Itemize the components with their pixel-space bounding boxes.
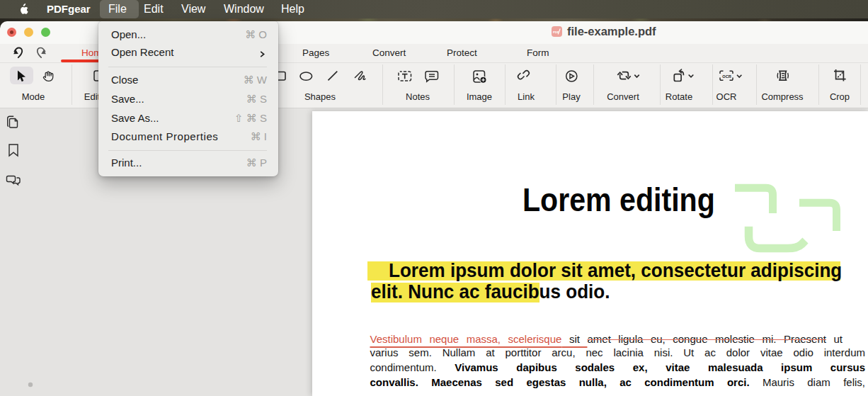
svg-text:OCR: OCR bbox=[722, 74, 731, 79]
